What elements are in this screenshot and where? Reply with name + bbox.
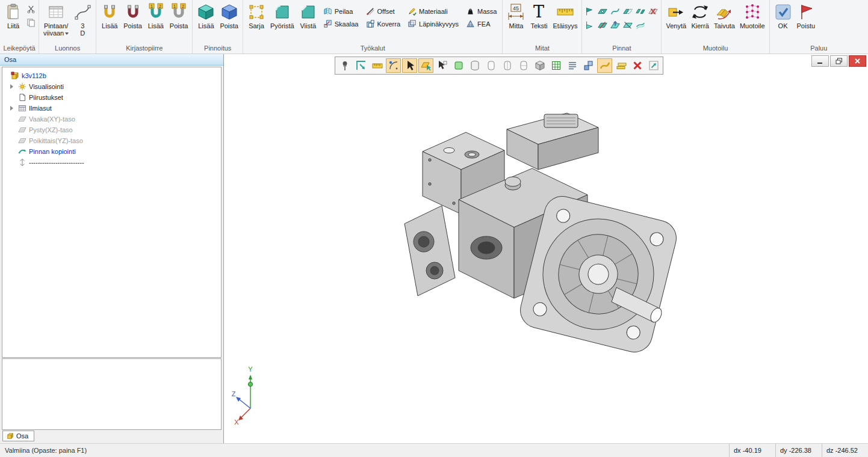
angle-snap-button[interactable] xyxy=(386,58,401,73)
pin-toolbar-button[interactable] xyxy=(337,58,352,73)
library-remove-button[interactable]: Poista xyxy=(121,1,144,29)
blue-blocks-icon xyxy=(583,60,595,72)
deform-button[interactable]: Muotoile xyxy=(737,1,767,29)
pump-model[interactable] xyxy=(386,96,687,355)
library-add-numbered-button[interactable]: 12 Lisää xyxy=(144,1,167,29)
window-controls xyxy=(811,55,866,67)
surface-tool-10-button[interactable] xyxy=(634,19,646,32)
distance-button[interactable]: Etäisyys xyxy=(550,1,580,29)
library-add-button[interactable]: Lisää xyxy=(98,1,121,29)
sketch-3d-button[interactable]: 3 D xyxy=(71,1,94,37)
dimension-button[interactable]: 45 Mitta xyxy=(504,1,527,29)
restore-button[interactable] xyxy=(830,55,848,67)
coating-remove-button[interactable]: Poista xyxy=(217,1,241,29)
dropdown-caret-icon xyxy=(65,32,69,35)
paste-button[interactable]: Liitä xyxy=(2,1,25,29)
mirror-button[interactable]: Peilaa xyxy=(320,5,362,17)
stretch-label: Venytä xyxy=(666,22,686,29)
text-button[interactable]: T Teksti xyxy=(527,1,550,29)
material-button[interactable]: Materiaali xyxy=(404,5,462,17)
rounded-sheet-icon xyxy=(485,60,497,72)
tree-item-configurations[interactable]: Ilmiasut xyxy=(2,103,221,114)
surface-tool-2-button[interactable] xyxy=(584,19,596,32)
fea-button[interactable]: FEA xyxy=(462,17,500,30)
group-label-return: Paluu xyxy=(772,44,866,54)
surface-mode-button[interactable] xyxy=(597,58,612,73)
clipboard-icon xyxy=(4,3,22,21)
stretch-button[interactable]: Venytä xyxy=(663,1,689,29)
chamfer-button[interactable]: Viistä xyxy=(297,1,320,29)
tree-label: Pysty(XZ)-taso xyxy=(29,126,73,133)
cut-button[interactable] xyxy=(25,4,37,14)
show-plane-a-button[interactable] xyxy=(483,58,498,73)
surface-tool-7-button[interactable] xyxy=(622,5,634,18)
coating-add-button[interactable]: Lisää xyxy=(194,1,217,29)
minimize-button[interactable] xyxy=(811,55,829,67)
delete-face-button[interactable] xyxy=(630,58,645,73)
mass-button[interactable]: Massa xyxy=(462,5,500,17)
measure-button[interactable] xyxy=(370,58,385,73)
library-remove-numbered-button[interactable]: 12 Poista xyxy=(167,1,191,29)
sketch-on-face-button[interactable]: Pintaan/ viivaan xyxy=(41,1,71,37)
surface-tool-8-button[interactable] xyxy=(622,19,634,32)
pick-point-button[interactable] xyxy=(435,58,450,73)
show-plane-b-button[interactable] xyxy=(500,58,515,73)
tree-item-drawings[interactable]: Piirustukset xyxy=(2,92,221,103)
exit-button[interactable]: Poistu xyxy=(795,1,818,29)
surface-tool-6-button[interactable] xyxy=(609,19,621,32)
show-mesh-button[interactable] xyxy=(548,58,563,73)
ok-button[interactable]: OK xyxy=(772,1,795,29)
tree-label: k3v112b xyxy=(22,72,46,79)
tab-part[interactable]: Osa xyxy=(2,431,34,441)
blocks-button[interactable] xyxy=(581,58,596,73)
feature-list-button[interactable] xyxy=(565,58,580,73)
tree-item-part-root[interactable]: k3v112b xyxy=(2,70,221,81)
expander-icon[interactable] xyxy=(7,84,16,89)
fit-view-button[interactable] xyxy=(353,58,368,73)
surface-tool-3-button[interactable] xyxy=(597,5,609,18)
library-remove-numbered-label: Poista xyxy=(170,22,188,29)
point-pick-icon xyxy=(436,60,448,72)
show-shaded-button[interactable] xyxy=(532,58,547,73)
tree-item-surface-copy[interactable]: Pinnan kopiointi xyxy=(2,146,221,157)
tree-item-visualization[interactable]: Visualisointi xyxy=(2,81,221,92)
surface-tool-5-button[interactable] xyxy=(609,5,621,18)
tree-item-feature-separator[interactable]: ------------------------- xyxy=(2,157,221,168)
minimize-icon xyxy=(817,58,824,64)
tree-item-xz-plane[interactable]: Pysty(XZ)-taso xyxy=(2,124,221,135)
tree-item-xy-plane[interactable]: Vaaka(XY)-taso xyxy=(2,114,221,124)
move-face-button[interactable] xyxy=(646,58,661,73)
viewport-toolbar xyxy=(335,57,663,75)
close-button[interactable] xyxy=(849,55,866,67)
surface-tool-4-button[interactable] xyxy=(597,19,609,32)
offset-button[interactable]: Offset xyxy=(362,5,405,17)
bend-button[interactable]: Taivuta xyxy=(711,1,737,29)
group-label-clipboard: Leikepöytä xyxy=(2,44,37,54)
viewport-3d[interactable]: Y Z X xyxy=(224,54,868,443)
transparency-button[interactable]: Läpinäkyvyys xyxy=(404,17,462,30)
deform-lattice-icon xyxy=(743,3,761,21)
copy-button[interactable] xyxy=(25,17,37,28)
scale-button[interactable]: Skaalaa xyxy=(320,17,362,30)
show-plane-c-button[interactable] xyxy=(516,58,531,73)
surface-tool-1-button[interactable] xyxy=(584,5,596,18)
twist-button[interactable]: Kierrä xyxy=(689,1,711,29)
list-icon xyxy=(566,60,578,72)
plane-icon xyxy=(18,115,26,123)
surface-tool-9-button[interactable] xyxy=(634,5,646,18)
status-dy: dy -226.38 xyxy=(775,444,822,457)
paste-label: Liitä xyxy=(7,22,19,29)
hollow-button[interactable]: Koverra xyxy=(362,17,405,30)
tree-item-yz-plane[interactable]: Poikittais(YZ)-taso xyxy=(2,135,221,146)
surface-tool-11-button[interactable] xyxy=(647,5,659,18)
show-cylinder-button[interactable] xyxy=(467,58,482,73)
pattern-button[interactable]: Sarja xyxy=(245,1,268,29)
show-solid-button[interactable] xyxy=(451,58,466,73)
expander-icon[interactable] xyxy=(7,106,16,111)
tree-label: Ilmiasut xyxy=(29,105,52,112)
select-cursor-button[interactable] xyxy=(402,58,417,73)
fillet-button[interactable]: Pyöristä xyxy=(268,1,297,29)
layers-button[interactable] xyxy=(613,58,628,73)
scale-icon xyxy=(323,19,332,28)
select-face-button[interactable] xyxy=(418,58,433,73)
